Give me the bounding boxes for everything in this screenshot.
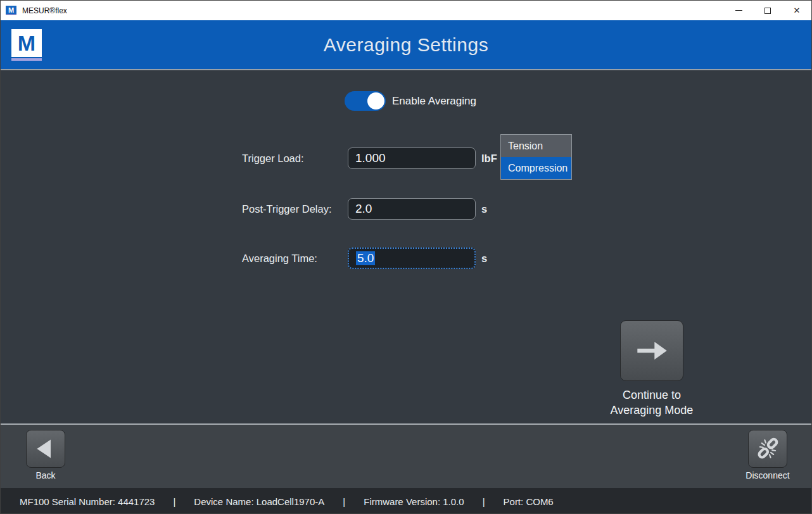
- page-header: M Averaging Settings: [1, 20, 811, 70]
- toggle-knob: [367, 92, 384, 110]
- page-title: Averaging Settings: [1, 34, 811, 56]
- trigger-load-unit: lbF: [481, 153, 497, 165]
- enable-averaging-toggle[interactable]: [345, 91, 386, 111]
- post-trigger-delay-label: Post-Trigger Delay:: [242, 203, 332, 215]
- averaging-time-value: 5.0: [356, 251, 375, 265]
- direction-selector: Tension Compression: [500, 134, 572, 180]
- enable-averaging-label: Enable Averaging: [392, 95, 476, 108]
- footer-toolbar: [1, 423, 811, 488]
- app-logo-letter: M: [8, 6, 14, 14]
- post-trigger-delay-value: 2.0: [355, 202, 372, 216]
- status-port: Port: COM6: [504, 496, 554, 507]
- titlebar: M MESUR®flex ✕: [1, 1, 811, 20]
- post-trigger-delay-unit: s: [481, 203, 487, 215]
- status-serial-number: MF100 Serial Number: 4441723: [20, 496, 155, 507]
- arrow-right-icon: [631, 334, 673, 368]
- minimize-icon: [735, 10, 742, 11]
- maximize-icon: [764, 8, 771, 14]
- status-bar: MF100 Serial Number: 4441723 | Device Na…: [1, 488, 811, 514]
- post-trigger-delay-input[interactable]: 2.0: [348, 198, 476, 220]
- minimize-button[interactable]: [724, 1, 753, 20]
- close-icon: ✕: [794, 6, 801, 15]
- arrow-left-icon: [33, 436, 58, 461]
- status-separator: |: [343, 496, 345, 507]
- continue-label-line2: Averaging Mode: [588, 403, 715, 418]
- continue-to-averaging-mode-button[interactable]: [620, 320, 683, 381]
- disconnect-button-label: Disconnect: [732, 470, 803, 480]
- disconnect-button[interactable]: [748, 430, 787, 468]
- averaging-time-label: Averaging Time:: [242, 253, 317, 265]
- broken-link-icon: [754, 436, 781, 462]
- close-button[interactable]: ✕: [782, 1, 811, 20]
- trigger-load-value: 1.000: [355, 151, 386, 165]
- status-firmware-version: Firmware Version: 1.0.0: [364, 496, 464, 507]
- brand-logo-underline: [11, 58, 42, 61]
- app-logo-icon: M: [6, 6, 16, 15]
- status-separator: |: [173, 496, 175, 507]
- back-button-label: Back: [26, 470, 65, 480]
- window-controls: ✕: [724, 1, 811, 20]
- continue-button-label: Continue to Averaging Mode: [588, 387, 715, 418]
- app-window: M MESUR®flex ✕ M Averaging Settings Enab…: [0, 0, 812, 514]
- averaging-time-input[interactable]: 5.0: [348, 248, 476, 269]
- continue-label-line1: Continue to: [588, 387, 715, 403]
- window-title: MESUR®flex: [22, 6, 67, 15]
- direction-option-tension[interactable]: Tension: [501, 135, 571, 157]
- averaging-time-unit: s: [481, 253, 487, 265]
- trigger-load-input[interactable]: 1.000: [348, 147, 476, 169]
- back-button[interactable]: [26, 430, 65, 468]
- status-separator: |: [483, 496, 485, 507]
- maximize-button[interactable]: [753, 1, 782, 20]
- status-device-name: Device Name: LoadCell1970-A: [194, 496, 324, 507]
- direction-option-compression[interactable]: Compression: [501, 157, 571, 179]
- trigger-load-label: Trigger Load:: [242, 153, 304, 165]
